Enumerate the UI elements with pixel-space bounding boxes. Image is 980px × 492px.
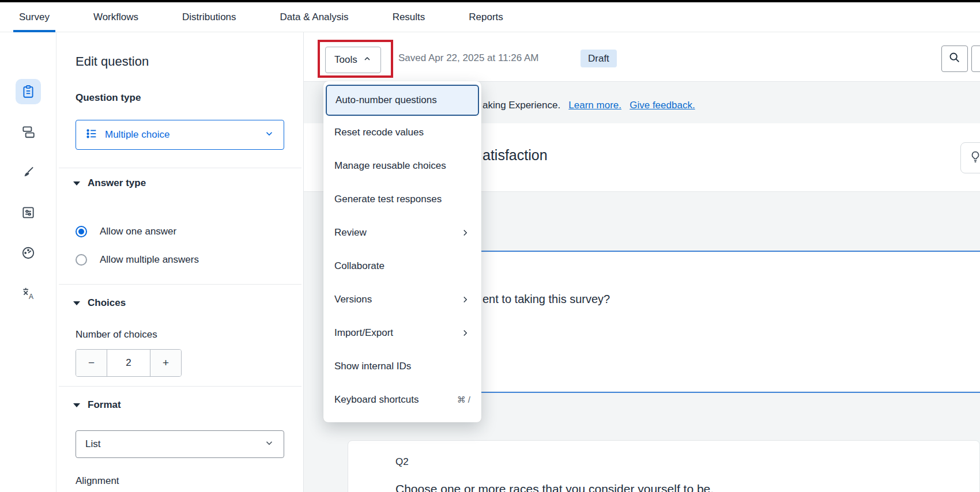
chevron-right-icon xyxy=(460,328,470,338)
left-icon-rail: A xyxy=(0,32,56,492)
alignment-label: Alignment xyxy=(76,475,119,487)
tools-dropdown-menu: Auto-number questions Reset recode value… xyxy=(323,81,481,422)
tab-distributions[interactable]: Distributions xyxy=(176,2,242,32)
format-label: Format xyxy=(88,399,121,411)
top-nav: Survey Workflows Distributions Data & An… xyxy=(0,2,980,32)
caret-down-icon xyxy=(73,403,80,407)
sidebar-item-survey-flow[interactable] xyxy=(16,119,41,145)
sidebar-item-translations[interactable]: A xyxy=(16,281,41,306)
edit-question-panel: Edit question Question type Multiple cho… xyxy=(56,32,304,492)
chevron-up-icon xyxy=(363,54,372,66)
give-feedback-link[interactable]: Give feedback. xyxy=(630,100,695,111)
sidebar-item-survey-builder[interactable] xyxy=(16,79,41,104)
number-of-choices-stepper: − 2 + xyxy=(76,349,182,377)
menu-item-label: Collaborate xyxy=(334,260,470,272)
learn-more-link[interactable]: Learn more. xyxy=(568,100,621,111)
survey-flow-icon xyxy=(21,124,36,139)
tab-reports[interactable]: Reports xyxy=(463,2,509,32)
panel-title: Edit question xyxy=(76,54,149,69)
tab-survey[interactable]: Survey xyxy=(13,2,55,32)
survey-builder-icon xyxy=(21,84,36,99)
radio-unselected-icon xyxy=(76,254,87,266)
menu-item-generate-test-responses[interactable]: Generate test responses xyxy=(323,183,481,216)
answer-type-label: Answer type xyxy=(88,177,146,189)
chevron-right-icon xyxy=(460,294,470,305)
format-dropdown[interactable]: List xyxy=(76,430,284,458)
tools-button[interactable]: Tools xyxy=(325,47,381,73)
radio-label: Allow one answer xyxy=(100,226,176,237)
survey-options-icon xyxy=(21,205,36,220)
sidebar-item-quotas[interactable] xyxy=(16,240,41,266)
menu-item-collaborate[interactable]: Collaborate xyxy=(323,249,481,283)
tab-results[interactable]: Results xyxy=(387,2,431,32)
format-value: List xyxy=(85,438,264,450)
menu-item-keyboard-shortcuts[interactable]: Keyboard shortcuts ⌘ / xyxy=(323,383,481,417)
lightbulb-icon xyxy=(968,150,980,166)
question-type-label: Question type xyxy=(76,92,141,104)
number-of-choices-label: Number of choices xyxy=(76,329,157,340)
banner-text-fragment: aking Experience. xyxy=(483,100,560,111)
editor-toolbar: Tools Saved Apr 22, 2025 at 11:26 AM Dra… xyxy=(304,32,980,82)
menu-item-versions[interactable]: Versions xyxy=(323,283,481,316)
chevron-down-icon xyxy=(264,438,274,451)
menu-item-label: Review xyxy=(334,227,460,239)
choices-section-header[interactable]: Choices xyxy=(73,297,126,309)
chevron-right-icon xyxy=(460,228,470,238)
menu-item-label: Auto-number questions xyxy=(336,94,469,106)
caret-down-icon xyxy=(73,301,80,305)
answer-type-section-header[interactable]: Answer type xyxy=(73,177,146,189)
svg-text:A: A xyxy=(29,293,33,301)
menu-item-label: Import/Export xyxy=(334,327,460,339)
menu-item-label: Manage reusable choices xyxy=(334,160,470,172)
question-type-dropdown[interactable]: Multiple choice xyxy=(76,120,284,150)
menu-item-show-internal-ids[interactable]: Show internal IDs xyxy=(323,350,481,383)
section-divider xyxy=(59,284,301,285)
tab-data-analysis[interactable]: Data & Analysis xyxy=(274,2,355,32)
menu-item-label: Keyboard shortcuts xyxy=(334,394,457,406)
radio-label: Allow multiple answers xyxy=(100,254,199,266)
chevron-down-icon xyxy=(264,128,274,142)
partial-toolbar-button[interactable] xyxy=(971,46,980,72)
question-type-value: Multiple choice xyxy=(105,129,257,141)
format-section-header[interactable]: Format xyxy=(73,399,121,411)
q2-question-text[interactable]: Choose one or more races that you consid… xyxy=(395,482,714,492)
survey-title-text[interactable]: atisfaction xyxy=(483,147,548,164)
tab-workflows[interactable]: Workflows xyxy=(88,2,144,32)
increment-button[interactable]: + xyxy=(150,350,181,376)
q1-question-text[interactable]: ent to taking this survey? xyxy=(483,293,610,306)
quotas-icon xyxy=(21,245,36,260)
radio-allow-one-answer[interactable]: Allow one answer xyxy=(76,226,176,237)
search-icon xyxy=(948,51,961,67)
section-divider xyxy=(59,386,301,387)
caret-down-icon xyxy=(73,181,80,186)
radio-selected-icon xyxy=(76,226,87,237)
q2-id-label: Q2 xyxy=(395,456,409,468)
draft-status-badge: Draft xyxy=(581,50,617,67)
tools-button-label: Tools xyxy=(334,54,357,66)
menu-item-reset-recode-values[interactable]: Reset recode values xyxy=(323,116,481,149)
sidebar-item-survey-options[interactable] xyxy=(16,200,41,225)
menu-item-review[interactable]: Review xyxy=(323,216,481,249)
look-and-feel-icon xyxy=(21,165,36,180)
menu-item-label: Reset recode values xyxy=(334,127,470,138)
shortcut-hint: ⌘ / xyxy=(457,395,470,405)
translations-icon: A xyxy=(21,286,36,301)
search-button[interactable] xyxy=(941,46,968,72)
suggestions-button[interactable] xyxy=(960,142,980,173)
sidebar-item-look-and-feel[interactable] xyxy=(16,160,41,185)
menu-item-label: Show internal IDs xyxy=(334,361,470,372)
menu-item-label: Generate test responses xyxy=(334,194,470,205)
menu-item-manage-reusable-choices[interactable]: Manage reusable choices xyxy=(323,149,481,183)
menu-item-label: Versions xyxy=(334,294,460,305)
menu-item-auto-number-questions[interactable]: Auto-number questions xyxy=(326,85,479,116)
menu-item-import-export[interactable]: Import/Export xyxy=(323,316,481,350)
radio-allow-multiple-answers[interactable]: Allow multiple answers xyxy=(76,254,199,266)
question-block-q2: Q2 Choose one or more races that you con… xyxy=(348,440,980,492)
section-divider xyxy=(59,168,301,168)
choices-label: Choices xyxy=(88,297,126,309)
decrement-button[interactable]: − xyxy=(76,350,107,376)
choices-count-value[interactable]: 2 xyxy=(107,350,150,376)
multiple-choice-list-icon xyxy=(85,127,98,143)
saved-status-text: Saved Apr 22, 2025 at 11:26 AM xyxy=(398,52,539,64)
